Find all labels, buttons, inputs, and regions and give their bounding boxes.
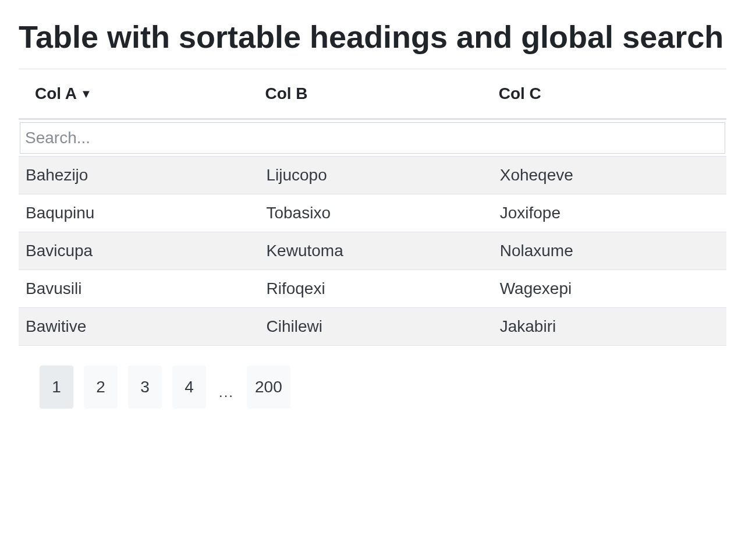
page-button-3[interactable]: 3 xyxy=(128,366,162,409)
cell-a: Bavicupa xyxy=(19,232,259,270)
cell-b: Cihilewi xyxy=(259,307,492,345)
cell-c: Jakabiri xyxy=(493,307,726,345)
column-header-a-label: Col A xyxy=(35,84,77,102)
sort-desc-icon: ▼ xyxy=(80,87,92,101)
page-ellipsis: ... xyxy=(217,384,236,409)
column-header-c[interactable]: Col C xyxy=(493,74,726,119)
column-header-a[interactable]: Col A▼ xyxy=(19,74,259,119)
table-row: Bawitive Cihilewi Jakabiri xyxy=(19,307,726,345)
column-header-b-label: Col B xyxy=(265,84,307,102)
table-row: Bavusili Rifoqexi Wagexepi xyxy=(19,270,726,307)
cell-c: Xoheqeve xyxy=(493,156,726,194)
page-title: Table with sortable headings and global … xyxy=(19,17,726,57)
cell-b: Rifoqexi xyxy=(259,270,492,307)
data-table: Col A▼ Col B Col C Bahezijo Lijucopo Xoh… xyxy=(19,74,726,346)
page-button-2[interactable]: 2 xyxy=(84,366,118,409)
column-header-c-label: Col C xyxy=(499,84,541,102)
cell-a: Bawitive xyxy=(19,307,259,345)
cell-c: Nolaxume xyxy=(493,232,726,270)
cell-b: Tobasixo xyxy=(259,194,492,232)
page-button-1[interactable]: 1 xyxy=(40,366,73,409)
pagination: 1 2 3 4 ... 200 xyxy=(19,366,726,409)
cell-c: Wagexepi xyxy=(493,270,726,307)
cell-a: Bavusili xyxy=(19,270,259,307)
divider xyxy=(19,69,726,69)
cell-a: Bahezijo xyxy=(19,156,259,194)
cell-a: Baqupinu xyxy=(19,194,259,232)
search-row xyxy=(19,119,726,156)
table-row: Bavicupa Kewutoma Nolaxume xyxy=(19,232,726,270)
table-row: Bahezijo Lijucopo Xoheqeve xyxy=(19,156,726,194)
table-row: Baqupinu Tobasixo Joxifope xyxy=(19,194,726,232)
page-button-last[interactable]: 200 xyxy=(247,366,290,409)
cell-b: Kewutoma xyxy=(259,232,492,270)
column-header-b[interactable]: Col B xyxy=(259,74,492,119)
page-button-4[interactable]: 4 xyxy=(172,366,206,409)
cell-b: Lijucopo xyxy=(259,156,492,194)
search-input[interactable] xyxy=(20,122,725,154)
cell-c: Joxifope xyxy=(493,194,726,232)
